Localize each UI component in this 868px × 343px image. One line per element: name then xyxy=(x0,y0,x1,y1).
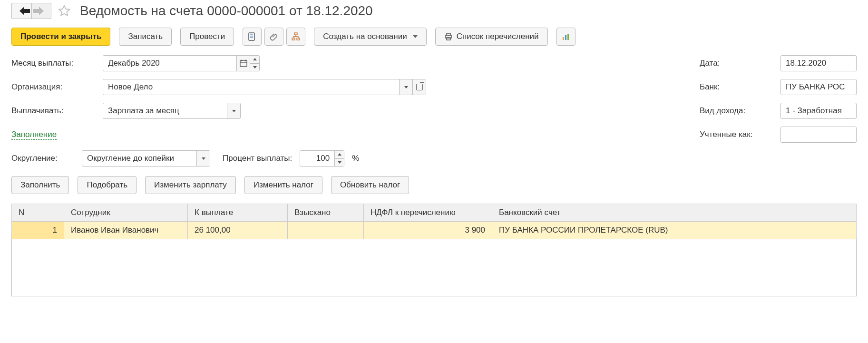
pay-percent-input[interactable]: 100 xyxy=(300,150,344,167)
month-input[interactable]: Декабрь 2020 xyxy=(103,55,260,71)
org-label: Организация: xyxy=(11,82,93,92)
chart-icon xyxy=(562,32,570,41)
pay-percent-value: 100 xyxy=(300,151,334,166)
open-icon xyxy=(416,84,423,90)
cell-employee: Иванов Иван Иванович xyxy=(64,222,188,239)
pay-value: Зарплата за месяц xyxy=(103,103,227,118)
month-value: Декабрь 2020 xyxy=(103,56,236,71)
edit-salary-button[interactable]: Изменить зарплату xyxy=(145,176,236,194)
svg-rect-9 xyxy=(447,38,450,40)
svg-rect-12 xyxy=(567,34,569,40)
table-empty-area[interactable] xyxy=(11,239,857,296)
fill-link[interactable]: Заполнение xyxy=(11,130,57,140)
svg-rect-8 xyxy=(447,33,450,35)
svg-rect-6 xyxy=(297,38,300,40)
date-value: 18.12.2020 xyxy=(781,56,856,71)
post-button[interactable]: Провести xyxy=(180,28,234,46)
post-and-close-button[interactable]: Провести и закрыть xyxy=(11,28,110,46)
cell-withheld xyxy=(288,222,364,239)
income-type-value: 1 - Заработная xyxy=(781,103,856,118)
transfer-list-button[interactable]: Список перечислений xyxy=(435,28,548,46)
calendar-button[interactable] xyxy=(236,56,250,71)
attach-button[interactable] xyxy=(264,28,283,46)
col-employee: Сотрудник xyxy=(64,204,188,222)
document-icon xyxy=(248,32,256,41)
rounding-label: Округление: xyxy=(11,154,74,163)
triangle-down-icon xyxy=(232,110,236,112)
payroll-table[interactable]: N Сотрудник К выплате Взыскано НДФЛ к пе… xyxy=(11,204,857,239)
table-header-row: N Сотрудник К выплате Взыскано НДФЛ к пе… xyxy=(12,204,857,222)
month-down-button[interactable] xyxy=(250,64,259,71)
pay-label: Выплачивать: xyxy=(11,106,93,116)
paperclip-icon xyxy=(270,32,278,41)
chart-button[interactable] xyxy=(556,28,575,46)
org-input[interactable]: Новое Дело xyxy=(103,79,426,95)
triangle-down-icon xyxy=(404,86,408,88)
back-button[interactable] xyxy=(11,3,31,19)
col-n: N xyxy=(12,204,64,222)
svg-rect-13 xyxy=(240,60,247,67)
rounding-input[interactable]: Округление до копейки xyxy=(82,150,210,167)
triangle-down-icon xyxy=(253,66,257,69)
cell-bank-account: ПУ БАНКА РОССИИ ПРОЛЕТАРСКОЕ (RUB) xyxy=(492,222,857,239)
cell-tax: 3 900 xyxy=(364,222,492,239)
report-button[interactable] xyxy=(243,28,262,46)
cell-n: 1 xyxy=(12,222,64,239)
cell-to-pay: 26 100,00 xyxy=(188,222,288,239)
chevron-down-icon xyxy=(413,35,418,38)
refresh-tax-button[interactable]: Обновить налог xyxy=(331,176,409,194)
bank-label: Банк: xyxy=(700,82,771,92)
triangle-up-icon xyxy=(253,58,257,60)
percent-sign: % xyxy=(352,154,359,163)
income-type-label: Вид дохода: xyxy=(700,106,771,116)
col-withheld: Взыскано xyxy=(288,204,364,222)
income-type-input[interactable]: 1 - Заработная xyxy=(780,103,857,119)
svg-rect-11 xyxy=(565,35,566,40)
col-to-pay: К выплате xyxy=(188,204,288,222)
org-value: Новое Дело xyxy=(103,79,399,95)
table-row[interactable]: 1 Иванов Иван Иванович 26 100,00 3 900 П… xyxy=(12,222,857,239)
recorded-as-value xyxy=(781,127,856,142)
pay-input[interactable]: Зарплата за месяц xyxy=(103,103,241,119)
page-title: Ведомость на счета 0000-000001 от 18.12.… xyxy=(80,3,373,19)
org-dropdown-button[interactable] xyxy=(399,79,412,95)
save-button[interactable]: Записать xyxy=(119,28,172,46)
arrow-left-icon xyxy=(20,7,24,15)
favorite-button[interactable] xyxy=(56,3,72,19)
create-based-label: Создать на основании xyxy=(323,32,407,41)
create-based-button[interactable]: Создать на основании xyxy=(314,28,426,46)
triangle-down-icon xyxy=(338,161,341,164)
svg-rect-4 xyxy=(294,33,297,35)
bank-value: ПУ БАНКА РОС xyxy=(781,79,856,95)
col-bank-account: Банковский счет xyxy=(492,204,857,222)
structure-button[interactable] xyxy=(286,28,305,46)
forward-button[interactable] xyxy=(31,3,51,19)
recorded-as-input[interactable] xyxy=(780,127,857,143)
print-icon xyxy=(444,32,453,41)
fill-button[interactable]: Заполнить xyxy=(11,176,69,194)
percent-up-button[interactable] xyxy=(335,151,344,159)
rounding-value: Округление до копейки xyxy=(82,151,196,166)
calendar-icon xyxy=(240,59,247,67)
recorded-as-label: Учтенные как: xyxy=(700,130,771,139)
arrow-right-icon xyxy=(39,7,44,15)
col-tax: НДФЛ к перечислению xyxy=(364,204,492,222)
svg-rect-10 xyxy=(563,37,564,40)
svg-rect-5 xyxy=(292,38,295,40)
percent-down-button[interactable] xyxy=(335,159,344,167)
month-up-button[interactable] xyxy=(250,56,259,64)
pay-percent-label: Процент выплаты: xyxy=(223,154,292,163)
transfer-list-label: Список перечислений xyxy=(457,32,539,41)
triangle-down-icon xyxy=(202,157,205,160)
tree-icon xyxy=(292,32,300,41)
nav-arrows xyxy=(11,3,51,19)
pick-button[interactable]: Подобрать xyxy=(78,176,137,194)
org-open-button[interactable] xyxy=(412,79,426,95)
triangle-up-icon xyxy=(338,153,341,156)
bank-input[interactable]: ПУ БАНКА РОС xyxy=(780,79,857,95)
date-input[interactable]: 18.12.2020 xyxy=(780,55,857,71)
edit-tax-button[interactable]: Изменить налог xyxy=(244,176,322,194)
month-label: Месяц выплаты: xyxy=(11,59,93,68)
pay-dropdown-button[interactable] xyxy=(227,103,240,118)
rounding-dropdown-button[interactable] xyxy=(196,151,210,166)
